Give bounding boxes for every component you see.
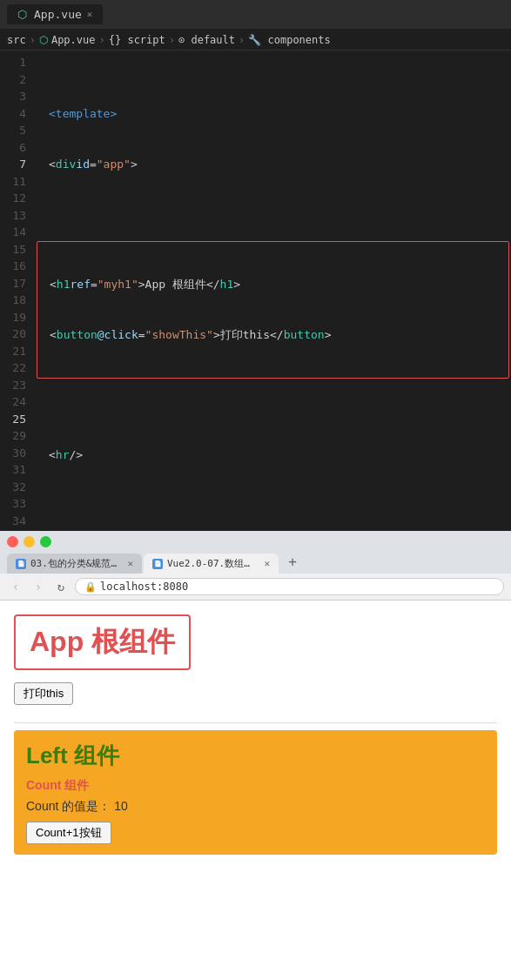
- forward-button[interactable]: ›: [30, 578, 47, 595]
- left-title: Left 组件: [26, 741, 485, 771]
- back-button[interactable]: ‹: [7, 578, 24, 595]
- tab2-label: Vue2.0-07.数组中的方法 - so...: [167, 557, 258, 570]
- new-tab-button[interactable]: +: [284, 553, 301, 570]
- tab-close-icon[interactable]: ✕: [87, 9, 93, 20]
- count-value-row: Count 的值是： 10: [26, 799, 485, 815]
- tab-bar: ⬡ App.vue ✕: [0, 0, 511, 30]
- tab1-label: 03.包的分类&规范的包结构_哔...: [30, 557, 121, 570]
- count-number: 10: [114, 799, 128, 813]
- address-bar[interactable]: 🔒 localhost:8080: [75, 578, 504, 595]
- url-display: localhost:8080: [100, 581, 188, 593]
- breadcrumb-components: 🔧 components: [248, 34, 330, 46]
- browser: 📄 03.包的分类&规范的包结构_哔... ✕ 📄 Vue2.0-07.数组中的…: [0, 531, 511, 980]
- breadcrumb-default: ⊙ default: [178, 34, 235, 46]
- code-line-3: <h1 ref="myh1">App 根组件</h1>: [37, 276, 508, 293]
- highlight-region-1: <h1 ref="myh1">App 根组件</h1> <button @cli…: [37, 241, 509, 379]
- app-title: App 根组件: [30, 626, 175, 657]
- breadcrumb: src › ⬡ App.vue › {} script › ⊙ default …: [0, 30, 511, 50]
- browser-tabs: 📄 03.包的分类&规范的包结构_哔... ✕ 📄 Vue2.0-07.数组中的…: [7, 553, 504, 574]
- close-button[interactable]: [7, 536, 18, 547]
- tab2-icon: 📄: [152, 559, 163, 569]
- tab1-close[interactable]: ✕: [127, 558, 133, 569]
- address-bar-row: ‹ › ↻ 🔒 localhost:8080: [0, 574, 511, 601]
- vue-icon: ⬡: [17, 8, 27, 21]
- browser-chrome: 📄 03.包的分类&规范的包结构_哔... ✕ 📄 Vue2.0-07.数组中的…: [0, 531, 511, 574]
- divider: [14, 722, 497, 723]
- browser-tab-1[interactable]: 📄 03.包的分类&规范的包结构_哔... ✕: [7, 554, 142, 574]
- tab1-icon: 📄: [16, 559, 26, 569]
- browser-tab-2[interactable]: 📄 Vue2.0-07.数组中的方法 - so... ✕: [144, 554, 279, 574]
- count-plus-button[interactable]: Count+1按钮: [26, 822, 111, 844]
- code-lines: <template> <div id="app"> <h1 ref="myh1"…: [33, 50, 511, 531]
- code-editor: ⬡ App.vue ✕ src › ⬡ App.vue › {} script …: [0, 0, 511, 531]
- line-numbers: 1 2 3 4 5 6 7 11 12 13 14 15 16 17 18 19…: [0, 50, 33, 531]
- editor-tab-label: App.vue: [34, 8, 82, 21]
- lock-icon: 🔒: [84, 581, 97, 593]
- breadcrumb-appvue: App.vue: [51, 34, 96, 46]
- browser-content: App 根组件 打印this Left 组件 Count 组件 Count 的值…: [0, 601, 511, 980]
- breadcrumb-src: src: [7, 34, 26, 46]
- refresh-button[interactable]: ↻: [52, 578, 70, 595]
- left-component-box: Left 组件 Count 组件 Count 的值是： 10 Count+1按钮: [14, 730, 497, 855]
- minimize-button[interactable]: [24, 536, 35, 547]
- app-title-box: App 根组件: [14, 614, 191, 670]
- code-area: 1 2 3 4 5 6 7 11 12 13 14 15 16 17 18 19…: [0, 50, 511, 531]
- code-line-2: <div id="app">: [37, 156, 511, 173]
- code-line-4: <button @click="showThis">打印this</button…: [37, 326, 508, 344]
- breadcrumb-file: ⬡: [39, 34, 48, 46]
- count-label: Count 的值是：: [26, 799, 111, 813]
- maximize-button[interactable]: [40, 536, 51, 547]
- code-line-5: <hr />: [37, 446, 511, 464]
- tab2-close[interactable]: ✕: [264, 558, 270, 569]
- count-link[interactable]: Count 组件: [26, 778, 485, 794]
- traffic-lights: [7, 536, 504, 547]
- breadcrumb-script: {} script: [109, 34, 165, 46]
- print-this-button[interactable]: 打印this: [14, 682, 73, 705]
- editor-tab-appvue[interactable]: ⬡ App.vue ✕: [7, 4, 103, 24]
- code-line-1: <template>: [37, 105, 511, 123]
- code-line-6: [37, 497, 511, 514]
